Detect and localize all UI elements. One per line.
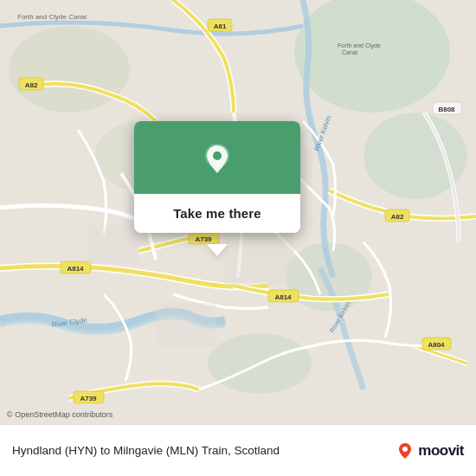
popup-tail [207, 244, 228, 256]
svg-text:Forth and Clyde Canal: Forth and Clyde Canal [17, 13, 87, 21]
bottom-bar: Hyndland (HYN) to Milngavie (MLN) Train,… [0, 424, 476, 476]
route-text: Hyndland (HYN) to Milngavie (MLN) Train,… [12, 444, 396, 457]
svg-text:A82: A82 [391, 213, 404, 221]
svg-point-37 [402, 447, 408, 452]
svg-rect-34 [87, 225, 138, 264]
take-me-there-button[interactable]: Take me there [134, 194, 300, 233]
svg-point-4 [9, 26, 130, 113]
svg-text:A804: A804 [428, 341, 445, 349]
route-label: Hyndland (HYN) to Milngavie (MLN) Train,… [12, 444, 280, 457]
svg-text:A814: A814 [274, 293, 292, 301]
location-pin-icon [198, 140, 236, 178]
copyright-text: © OpenStreetMap contributors [7, 410, 113, 419]
svg-rect-33 [156, 303, 216, 346]
popup-card: Take me there [134, 121, 300, 233]
svg-text:B808: B808 [438, 106, 455, 113]
map-container: Forth and Clyde Canal Forth and Clyde Ca… [0, 0, 476, 424]
svg-point-36 [213, 151, 222, 160]
moovit-logo: moovit [396, 441, 464, 460]
svg-text:Canal: Canal [342, 49, 358, 55]
svg-text:A82: A82 [25, 81, 38, 89]
svg-text:A81: A81 [214, 23, 227, 30]
moovit-brand-text: moovit [418, 442, 464, 460]
svg-text:A739: A739 [195, 235, 212, 243]
moovit-pin-icon [396, 441, 415, 460]
svg-text:A814: A814 [67, 265, 84, 273]
svg-text:A739: A739 [80, 395, 97, 402]
svg-rect-31 [225, 234, 294, 286]
svg-text:Forth and Clyde: Forth and Clyde [338, 42, 381, 49]
popup-top [134, 121, 300, 194]
